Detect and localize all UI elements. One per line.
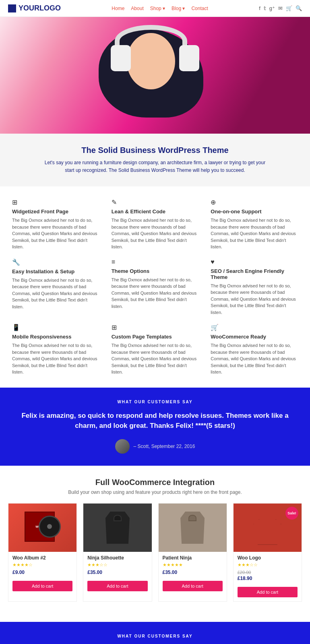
- feature-icon-4: ≡: [112, 258, 199, 266]
- feature-item-0: ⊞ Widgetized Front Page The Big Oxmox ad…: [12, 198, 99, 250]
- facebook-icon[interactable]: f: [259, 5, 260, 11]
- feature-icon-6: 📱: [12, 324, 99, 331]
- cart-icon[interactable]: 🛒: [286, 5, 292, 11]
- feature-title-0: Widgetized Front Page: [12, 208, 99, 215]
- nav-home[interactable]: Home: [112, 6, 124, 11]
- logo-square: [8, 4, 16, 12]
- nav-contact[interactable]: Contact: [191, 6, 208, 11]
- site-logo[interactable]: YOURLOGO: [8, 4, 61, 12]
- googleplus-icon[interactable]: g⁺: [269, 5, 275, 11]
- feature-title-4: Theme Options: [112, 268, 199, 274]
- feature-title-2: One-on-one Support: [211, 208, 298, 215]
- feature-desc-8: The Big Oxmox advised her not to do so, …: [211, 342, 298, 376]
- feature-item-3: 🔧 Easy Installation & Setup The Big Oxmo…: [12, 258, 99, 316]
- product-card-0: WOO Woo Album #2 ★★★★☆ £9.00 Add to cart: [8, 503, 77, 602]
- hero-image: [0, 17, 310, 134]
- features-grid: ⊞ Widgetized Front Page The Big Oxmox ad…: [12, 198, 298, 376]
- feature-title-7: Custom Page Templates: [112, 334, 199, 340]
- feature-icon-5: ♥: [211, 258, 298, 266]
- price: £35.00: [163, 570, 178, 575]
- testimonial1-quote: Felix is amazing, so quick to respond an…: [16, 411, 294, 431]
- nav-about[interactable]: About: [131, 6, 143, 11]
- feature-desc-0: The Big Oxmox advised her not to do so, …: [12, 217, 99, 250]
- feature-desc-7: The Big Oxmox advised her not to do so, …: [112, 342, 199, 376]
- logo-text: YOURLOGO: [19, 4, 61, 12]
- product-stars: ★★★☆☆: [238, 562, 298, 568]
- product-img-album: WOO: [8, 504, 76, 552]
- product-price: £9.00: [12, 569, 72, 575]
- feature-icon-7: ⊞: [112, 324, 199, 331]
- feature-icon-3: 🔧: [12, 258, 99, 266]
- testimonial1-label: WHAT OUR CUSTOMERS SAY: [16, 400, 294, 404]
- feature-desc-1: The Big Oxmox advised her not to do so, …: [112, 217, 199, 250]
- price: £9.00: [12, 570, 25, 575]
- add-to-cart-button[interactable]: Add to cart: [163, 581, 223, 591]
- product-name: Woo Logo: [238, 555, 298, 561]
- feature-item-8: 🛒 WooCommerce Ready The Big Oxmox advise…: [211, 324, 298, 376]
- products-grid: WOO Woo Album #2 ★★★★☆ £9.00 Add to cart…: [8, 503, 302, 602]
- testimonial1-author: – Scott, September 22, 2016: [16, 439, 294, 454]
- add-to-cart-button[interactable]: Add to cart: [87, 581, 147, 591]
- product-img-hoodie-gray: [159, 504, 227, 552]
- product-card-1: Ninja Silhouette ★★★☆☆ £35.00 Add to car…: [83, 503, 152, 602]
- main-nav: Home About Shop ▾ Blog ▾ Contact: [112, 6, 208, 11]
- feature-title-6: Mobile Responsiveness: [12, 334, 99, 340]
- feature-desc-5: The Big Oxmox advised her not to do so, …: [211, 283, 298, 316]
- price-old: £20.00: [238, 570, 251, 575]
- feature-item-2: ⊕ One-on-one Support The Big Oxmox advis…: [211, 198, 298, 250]
- nav-shop[interactable]: Shop ▾: [150, 6, 165, 11]
- hero-person: [95, 21, 215, 134]
- intro-description: Let's say you are running a furniture de…: [44, 159, 266, 174]
- feature-item-6: 📱 Mobile Responsiveness The Big Oxmox ad…: [12, 324, 99, 376]
- feature-title-1: Lean & Efficient Code: [112, 208, 199, 215]
- add-to-cart-button[interactable]: Add to cart: [238, 587, 298, 597]
- site-header: YOURLOGO Home About Shop ▾ Blog ▾ Contac…: [0, 0, 310, 17]
- product-card-2: Patient Ninja ★★★★★ £35.00 Add to cart: [158, 503, 227, 602]
- search-icon[interactable]: 🔍: [296, 5, 302, 11]
- product-name: Ninja Silhouette: [87, 555, 147, 561]
- product-stars: ★★★☆☆: [87, 562, 147, 568]
- product-img-hoodie-black: [83, 504, 151, 552]
- intro-section: The Solid Business WordPress Theme Let's…: [0, 134, 310, 186]
- product-card-3: Woo Sale! Woo Logo ★★★☆☆ £20.00£18.90 Ad…: [233, 503, 302, 602]
- price: £35.00: [87, 570, 102, 575]
- feature-item-4: ≡ Theme Options The Big Oxmox advised he…: [112, 258, 199, 316]
- feature-icon-0: ⊞: [12, 198, 99, 206]
- twitter-icon[interactable]: 𝕥: [264, 5, 266, 11]
- testimonial2-label: WHAT OUR CUSTOMERS SAY: [16, 634, 294, 638]
- product-stars: ★★★★★: [163, 562, 223, 568]
- feature-desc-2: The Big Oxmox advised her not to do so, …: [211, 217, 298, 250]
- price-sale: £18.90: [238, 576, 252, 581]
- shop-subtext: Build your own shop using and feature yo…: [8, 489, 302, 495]
- product-name: Woo Album #2: [12, 555, 72, 561]
- feature-item-5: ♥ SEO / Search Engine Friendly Theme The…: [211, 258, 298, 316]
- product-name: Patient Ninja: [163, 555, 223, 561]
- feature-item-7: ⊞ Custom Page Templates The Big Oxmox ad…: [112, 324, 199, 376]
- product-stars: ★★★★☆: [12, 562, 72, 568]
- add-to-cart-button[interactable]: Add to cart: [12, 581, 72, 591]
- product-price: £20.00£18.90: [238, 569, 298, 581]
- feature-desc-6: The Big Oxmox advised her not to do so, …: [12, 342, 99, 376]
- feature-item-1: ✎ Lean & Efficient Code The Big Oxmox ad…: [112, 198, 199, 250]
- nav-blog[interactable]: Blog ▾: [172, 6, 185, 11]
- feature-desc-4: The Big Oxmox advised her not to do so, …: [112, 277, 199, 310]
- product-price: £35.00: [163, 569, 223, 575]
- shop-section: Full WooCommerce Integration Build your …: [0, 466, 310, 614]
- shop-heading: Full WooCommerce Integration: [8, 478, 302, 487]
- feature-title-5: SEO / Search Engine Friendly Theme: [211, 268, 298, 280]
- feature-title-3: Easy Installation & Setup: [12, 268, 99, 275]
- social-icons: f 𝕥 g⁺ ✉ 🛒 🔍: [259, 5, 302, 11]
- sale-badge: Sale!: [285, 507, 298, 520]
- feature-icon-2: ⊕: [211, 198, 298, 206]
- feature-desc-3: The Big Oxmox advised her not to do so, …: [12, 277, 99, 310]
- author1-avatar: [115, 439, 130, 454]
- testimonial1-section: WHAT OUR CUSTOMERS SAY Felix is amazing,…: [0, 388, 310, 466]
- feature-title-8: WooCommerce Ready: [211, 334, 298, 340]
- testimonial2-section: WHAT OUR CUSTOMERS SAY Felix has been wo…: [0, 622, 310, 644]
- product-info: Ninja Silhouette ★★★☆☆ £35.00: [83, 552, 151, 578]
- email-icon[interactable]: ✉: [278, 5, 283, 11]
- intro-heading: The Solid Business WordPress Theme: [8, 146, 302, 155]
- product-info: Woo Album #2 ★★★★☆ £9.00: [8, 552, 76, 578]
- product-price: £35.00: [87, 569, 147, 575]
- features-section: ⊞ Widgetized Front Page The Big Oxmox ad…: [0, 186, 310, 388]
